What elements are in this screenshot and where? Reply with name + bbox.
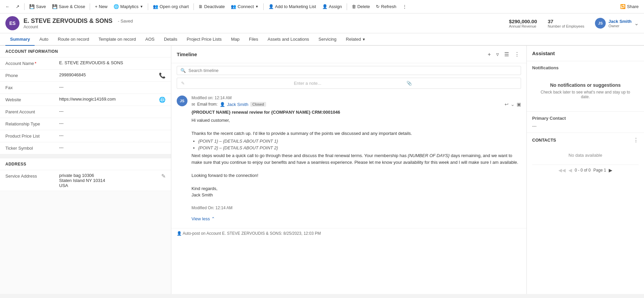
notifications-title: Notifications	[532, 65, 639, 70]
save-icon: 💾	[29, 4, 35, 9]
entry-modified2: Modified On: 12:14 AM	[191, 205, 521, 211]
entry-author[interactable]: Jack Smith	[227, 102, 249, 107]
maplytics-button[interactable]: 🌐 Maplytics ▼	[111, 3, 146, 10]
field-value-parent-account[interactable]: ---	[59, 109, 166, 114]
view-less-label: View less	[191, 216, 210, 221]
field-label-website: Website	[5, 97, 59, 102]
tab-route-on-record[interactable]: Route on record	[53, 33, 94, 46]
more-options-button[interactable]: ⋮	[400, 3, 410, 10]
entry-closing3: Jack Smith	[191, 192, 521, 198]
tab-servicing[interactable]: Servicing	[314, 33, 341, 46]
maplytics-icon: 🌐	[114, 4, 119, 9]
globe-icon[interactable]: 🌐	[159, 97, 166, 103]
connect-button[interactable]: 👥 Connect ▼	[228, 3, 261, 10]
note-input-row[interactable]: ✎ Enter a note... 📎	[177, 78, 521, 89]
annual-revenue-block: $290,000.00 Annual Revenue	[509, 18, 537, 28]
share-icon: 🔁	[620, 4, 626, 9]
refresh-button[interactable]: ↻ Refresh	[373, 3, 399, 10]
entry-para1: Thanks for the recent catch up. I'd like…	[191, 130, 521, 137]
timeline-list-button[interactable]: ☰	[503, 50, 510, 59]
pagination-next-button[interactable]: ▶	[609, 167, 612, 173]
header-metrics: $290,000.00 Annual Revenue 37 Number of …	[509, 18, 639, 29]
field-value-fax[interactable]: ---	[59, 84, 166, 89]
tab-files[interactable]: Files	[244, 33, 263, 46]
tab-template-on-record[interactable]: Template on record	[94, 33, 140, 46]
field-value-website[interactable]: https://www.inogic14169.com	[59, 97, 156, 102]
primary-contact-section: Primary Contact ---	[527, 112, 644, 133]
field-label-relationship-type: Relationship Type	[5, 121, 59, 126]
delete-button[interactable]: 🗑 Delete	[349, 3, 373, 10]
add-to-marketing-button[interactable]: 👤 Add to Marketing List	[266, 3, 319, 10]
entry-para2: Next steps would be a quick call to go t…	[191, 152, 521, 165]
field-value-account-name[interactable]: E. STEVE ZERVOUDIS & SONS	[59, 60, 166, 65]
autopost-icon: 👤	[177, 231, 182, 236]
assign-icon: 👤	[322, 4, 328, 9]
save-close-icon: 💾	[52, 4, 57, 9]
field-value-phone[interactable]: 29989046845	[59, 72, 156, 77]
field-label-ticker-symbol: Ticker Symbol	[5, 145, 59, 151]
new-icon: +	[95, 4, 97, 9]
marketing-icon: 👤	[268, 4, 274, 9]
entry-closing1: Looking forward to the connection!	[191, 172, 521, 179]
entry-note-button[interactable]: ▣	[517, 102, 521, 107]
timeline-entry: JS Modified on: 12:14 AM ✉ Email from: 👤…	[171, 91, 526, 228]
related-chevron-icon: ▼	[362, 37, 366, 41]
timeline-more-button[interactable]: ⋮	[513, 50, 521, 59]
open-org-chart-button[interactable]: 👥 Open org chart	[150, 3, 191, 10]
tab-details[interactable]: Details	[159, 33, 182, 46]
edit-address-icon[interactable]: ✎	[161, 173, 166, 179]
open-in-new-button[interactable]: ↗	[13, 3, 22, 10]
entry-reply-button[interactable]: ↩	[505, 102, 509, 107]
save-close-button[interactable]: 💾 Save & Close	[49, 3, 88, 10]
owner-chevron[interactable]: ⌄	[634, 20, 639, 27]
timeline-search-bar[interactable]: 🔍	[177, 66, 521, 75]
record-header: ES E. STEVE ZERVOUDIS & SONS - Saved Acc…	[0, 13, 644, 33]
entry-meta: Modified on: 12:14 AM	[191, 96, 521, 100]
timeline-header: Timeline + ▿ ☰ ⋮	[171, 46, 526, 63]
contacts-pagination: ◀◀ ◀ 0 - 0 of 0 Page 1 ▶	[532, 164, 639, 176]
tab-summary[interactable]: Summary	[5, 33, 35, 46]
timeline-panel: Timeline + ▿ ☰ ⋮ 🔍 ✎ Enter a note... 📎 J…	[171, 46, 526, 294]
tab-auto[interactable]: Auto	[35, 33, 53, 46]
tab-related[interactable]: Related ▼	[341, 33, 371, 46]
autopost-text: Auto-post on Account E. STEVE ZERVOUDIS …	[183, 231, 321, 236]
tab-assets-and-locations[interactable]: Assets and Locations	[263, 33, 314, 46]
timeline-add-button[interactable]: +	[486, 50, 492, 59]
tab-project-price-lists[interactable]: Project Price Lists	[182, 33, 226, 46]
new-button[interactable]: + New	[92, 3, 110, 10]
owner-name[interactable]: Jack Smith	[608, 19, 632, 24]
employees-value: 37	[548, 18, 585, 24]
entry-point2: {POINT 2} – {DETAILS ABOUT POINT 2}	[198, 145, 521, 151]
chevron-up-icon: ⌃	[211, 216, 215, 221]
view-less-button[interactable]: View less ⌃	[191, 214, 215, 224]
phone-icon[interactable]: 📞	[159, 72, 166, 79]
pagination-prev-button[interactable]: ◀	[568, 167, 572, 173]
timeline-title: Timeline	[177, 51, 484, 57]
tab-map[interactable]: Map	[226, 33, 244, 46]
back-button[interactable]: ←	[3, 3, 12, 10]
entry-source: Email from:	[197, 102, 218, 107]
timeline-search-input[interactable]	[188, 68, 517, 73]
attachment-icon[interactable]: 📎	[406, 81, 517, 86]
save-button[interactable]: 💾 Save	[27, 3, 49, 10]
assign-button[interactable]: 👤 Assign	[319, 3, 345, 10]
share-button[interactable]: 🔁 Share	[617, 3, 641, 10]
no-notif-sub: Check back later to see what's new and s…	[536, 90, 635, 99]
annual-revenue-label: Annual Revenue	[509, 24, 537, 28]
field-value-relationship-type[interactable]: ---	[59, 121, 166, 126]
field-value-ticker-symbol[interactable]: ---	[59, 145, 166, 150]
deactivate-button[interactable]: 🗎 Deactivate	[196, 3, 227, 10]
contacts-menu-button[interactable]: ⋮	[633, 137, 639, 143]
field-label-parent-account: Parent Account	[5, 109, 59, 114]
field-value-service-address[interactable]: private bag 10306Staten Island NY 10314U…	[59, 173, 159, 188]
timeline-filter-button[interactable]: ▿	[495, 50, 500, 59]
pagination-first-button[interactable]: ◀◀	[558, 167, 566, 173]
entry-expand-button[interactable]: ⌄	[511, 102, 515, 107]
tab-aos[interactable]: AOS	[141, 33, 159, 46]
nav-tabs: Summary Auto Route on record Template on…	[0, 33, 644, 46]
record-status: - Saved	[118, 18, 133, 24]
field-value-product-price-list[interactable]: ---	[59, 133, 166, 138]
field-product-price-list: Product Price List ---	[0, 130, 171, 142]
field-label-service-address: Service Address	[5, 173, 59, 179]
entry-closing2: Kind regards,	[191, 185, 521, 192]
